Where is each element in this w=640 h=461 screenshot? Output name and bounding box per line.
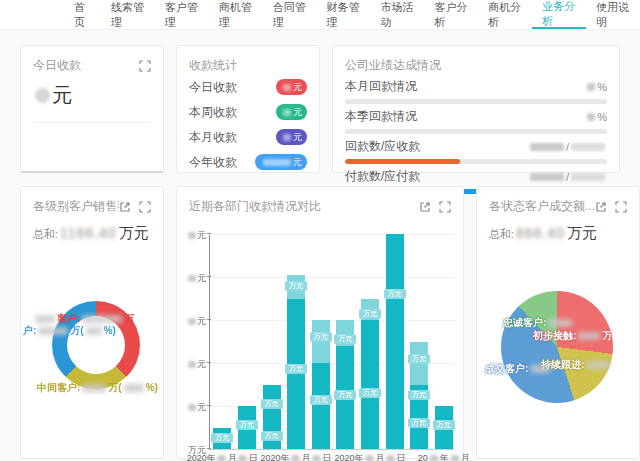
bar-value-chip: 万元 bbox=[310, 395, 332, 405]
external-link-icon[interactable] bbox=[119, 201, 131, 213]
card-stats-title: 收款统计 bbox=[189, 57, 237, 74]
label-text: 成交客户: bbox=[485, 363, 528, 374]
y-axis-tick-label: 元 bbox=[174, 358, 206, 371]
nav-item-8[interactable]: 客户分析 bbox=[424, 0, 478, 29]
expand-icon[interactable] bbox=[139, 60, 151, 72]
bar-value-chip: 万元 bbox=[359, 309, 381, 319]
nav-item-4[interactable]: 商机管理 bbox=[209, 0, 263, 29]
expand-icon[interactable] bbox=[439, 201, 451, 213]
redacted-value bbox=[587, 113, 595, 121]
axis-tick-mark bbox=[207, 405, 211, 406]
performance-label: 回款数/应收款 bbox=[345, 138, 420, 155]
card-collection-stats: 收款统计 今日收款元本周收款元本月收款元今年收款元 bbox=[176, 45, 320, 173]
performance-label: 本月回款情况 bbox=[345, 78, 417, 95]
pill-unit: 元 bbox=[293, 106, 302, 119]
nav-item-10[interactable]: 业务分析 bbox=[532, 0, 586, 29]
label-text: 月 bbox=[461, 453, 470, 461]
redacted-value bbox=[430, 455, 438, 461]
expand-icon[interactable] bbox=[615, 201, 627, 213]
bar[interactable] bbox=[386, 234, 404, 449]
performance-value: % bbox=[585, 111, 607, 123]
card-performance-title: 公司业绩达成情况 bbox=[345, 57, 441, 74]
nav-item-5[interactable]: 合同管理 bbox=[263, 0, 317, 29]
amount-pill: 元 bbox=[276, 129, 307, 145]
nav-item-3[interactable]: 客户管理 bbox=[155, 0, 209, 29]
stat-label: 本周收款 bbox=[189, 104, 237, 121]
dashboard: 今日收款 元 收款统计 今日收款元本周收款元本月收款元今年收款元 bbox=[0, 30, 640, 459]
dashboard-row-2: 各级别客户销售额 总和: 1166.40 bbox=[20, 186, 620, 459]
dept-compare-bar-chart[interactable]: 万元元元元元元万元万元万元万元万元万元万元万元万元万元万元万元万元万元万元万元万… bbox=[209, 235, 455, 450]
label-text: 万 bbox=[124, 313, 134, 324]
performance-row-top: 本季回款情况% bbox=[345, 108, 607, 125]
nav-item-6[interactable]: 财务管理 bbox=[317, 0, 371, 29]
bar[interactable] bbox=[287, 275, 305, 449]
performance-value: / bbox=[528, 171, 607, 183]
performance-label: 本季回款情况 bbox=[345, 108, 417, 125]
stat-label: 今日收款 bbox=[189, 79, 237, 96]
chart-data-label: 户:万(%) bbox=[23, 324, 116, 338]
nav-item-7[interactable]: 市场活动 bbox=[370, 0, 424, 29]
nav-item-1[interactable]: 首页 bbox=[64, 0, 101, 29]
label-text: 2020年 bbox=[261, 453, 290, 461]
bar-value-chip: 万元 bbox=[310, 332, 332, 342]
sum-value: 866.40 bbox=[516, 225, 565, 241]
performance-row-top: 本月回款情况% bbox=[345, 78, 607, 95]
status-deals-pie-chart[interactable] bbox=[501, 291, 613, 403]
pair-separator: / bbox=[566, 171, 569, 183]
card-dept-compare-title: 近期各部门收款情况对比 bbox=[189, 198, 321, 215]
gridline bbox=[210, 277, 455, 278]
label-text: 忠诚客户: bbox=[503, 317, 546, 328]
card-level-sales-title: 各级别客户销售额 bbox=[33, 198, 119, 215]
performance-row: 本月回款情况% bbox=[345, 78, 607, 104]
label-text: 2020年 bbox=[334, 453, 363, 461]
axis-tick-mark bbox=[207, 276, 211, 277]
redacted-value bbox=[283, 134, 291, 141]
bar-value-chip: 万元 bbox=[384, 289, 406, 299]
redacted-value bbox=[86, 327, 102, 335]
label-text: 月 bbox=[375, 453, 384, 461]
redacted-value bbox=[530, 143, 564, 151]
card-status-deals-title: 各状态客户成交额... bbox=[489, 198, 595, 215]
bar-segment-dark bbox=[386, 234, 404, 449]
redacted-value bbox=[188, 318, 196, 325]
label-text: 中间客户: bbox=[37, 382, 80, 393]
y-axis-tick-label: 元 bbox=[174, 315, 206, 328]
expand-icon[interactable] bbox=[139, 201, 151, 213]
bar-value-chip: 万元 bbox=[261, 431, 283, 441]
tick-text: 元 bbox=[197, 402, 206, 412]
label-text: 客户: bbox=[57, 313, 80, 324]
label-text: 户: bbox=[23, 325, 36, 336]
performance-row: 本季回款情况% bbox=[345, 108, 607, 134]
amount-pill: 元 bbox=[276, 104, 307, 120]
redacted-value bbox=[386, 455, 394, 461]
label-text: 万( bbox=[70, 325, 83, 336]
performance-label: 付款数/应付款 bbox=[345, 168, 420, 185]
redacted-value bbox=[587, 83, 595, 91]
axis-tick-mark bbox=[207, 233, 211, 234]
redacted-value bbox=[35, 315, 55, 323]
today-collection-value: 元 bbox=[33, 82, 151, 109]
dashboard-row-1: 今日收款 元 收款统计 今日收款元本周收款元本月收款元今年收款元 bbox=[20, 45, 620, 173]
card-status-deals: 各状态客户成交额... 总和: 866.40 bbox=[476, 186, 640, 459]
external-link-icon[interactable] bbox=[595, 201, 607, 213]
label-text: 2020年 bbox=[187, 453, 216, 461]
label-text: 日 bbox=[249, 453, 258, 461]
label-text: 万 bbox=[602, 330, 612, 341]
nav-item-2[interactable]: 线索管理 bbox=[101, 0, 155, 29]
sum-value: 1166.40 bbox=[60, 225, 117, 241]
performance-value: % bbox=[585, 81, 607, 93]
nav-item-9[interactable]: 商机分析 bbox=[478, 0, 532, 29]
redacted-value bbox=[188, 275, 196, 282]
nav-item-11[interactable]: 使用说明 bbox=[586, 0, 640, 29]
y-axis-tick-label: 元 bbox=[174, 229, 206, 242]
tick-text: 元 bbox=[197, 273, 206, 283]
external-link-icon[interactable] bbox=[419, 201, 431, 213]
sum-label: 总和: bbox=[489, 227, 514, 242]
label-text: 初步接触: bbox=[533, 330, 576, 341]
bar[interactable] bbox=[361, 299, 379, 450]
divider bbox=[33, 122, 151, 123]
label-text: 日 bbox=[396, 453, 405, 461]
gridline bbox=[210, 320, 455, 321]
chart-data-label: 初步接触:万 bbox=[533, 329, 612, 343]
bar-value-chip: 万元 bbox=[433, 420, 455, 430]
